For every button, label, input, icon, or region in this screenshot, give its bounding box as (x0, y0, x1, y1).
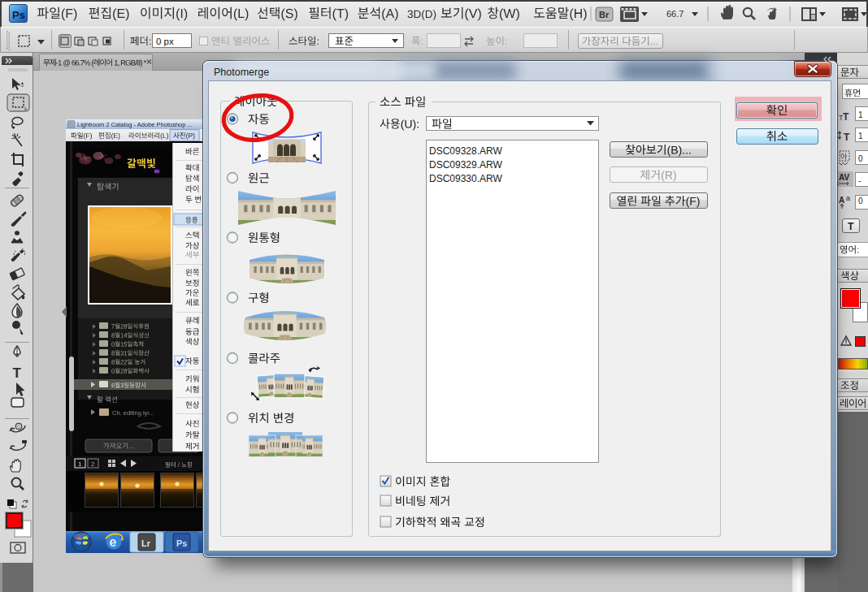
svg-text:T: T (13, 365, 22, 381)
svg-text:a: a (846, 194, 850, 202)
svg-text:DSC09328.ARW: DSC09328.ARW (429, 145, 502, 157)
svg-text:Ps: Ps (12, 9, 25, 21)
svg-text:0: 0 (858, 154, 863, 163)
svg-text:0: 0 (858, 197, 863, 205)
svg-text:DSC09329.ARW: DSC09329.ARW (429, 159, 502, 171)
svg-text:T: T (844, 132, 850, 143)
svg-text:0 px: 0 px (156, 37, 174, 46)
svg-text:1: 1 (858, 110, 863, 119)
svg-text:-: - (858, 176, 861, 185)
svg-text:A: A (839, 196, 844, 205)
svg-text:1: 1 (858, 132, 863, 140)
svg-text:Br: Br (599, 10, 610, 19)
svg-text:T: T (843, 111, 849, 123)
svg-text:AV: AV (839, 173, 849, 182)
svg-text:T: T (848, 221, 854, 232)
svg-text:DSC09330.ARW: DSC09330.ARW (429, 173, 502, 184)
svg-text:T: T (839, 114, 844, 122)
svg-text:Photomerge: Photomerge (214, 67, 269, 78)
svg-text:!: ! (845, 337, 848, 345)
svg-text:66.7: 66.7 (666, 9, 684, 19)
